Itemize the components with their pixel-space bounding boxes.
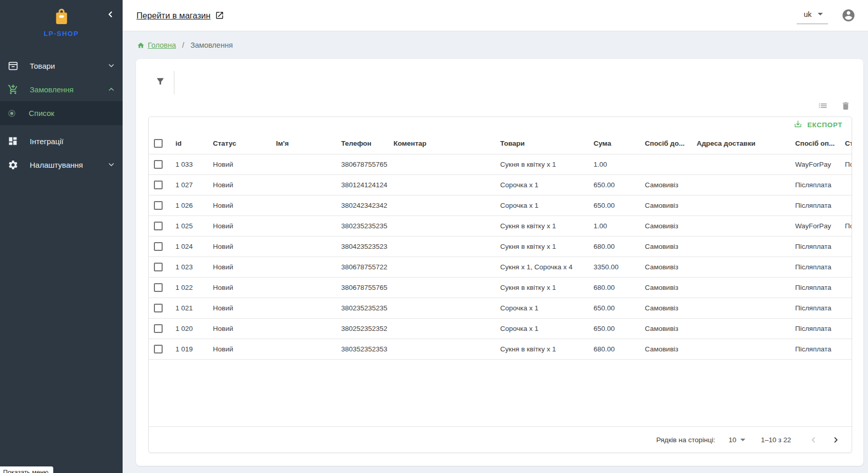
language-value: uk	[804, 10, 812, 18]
cell-status: Новий	[208, 154, 271, 174]
chevron-down-icon	[107, 62, 115, 70]
sidebar-item-settings[interactable]: Налаштування	[0, 153, 123, 176]
cell-delivery	[640, 154, 692, 174]
table-row[interactable]: 1 021Новий380235235235Сорочка x 1650.00С…	[149, 298, 852, 318]
cell-id: 1 024	[170, 236, 208, 257]
column-header-payment-status[interactable]: Ст	[840, 133, 852, 154]
sidebar-item-orders[interactable]: Замовлення	[0, 77, 123, 101]
row-checkbox[interactable]	[154, 345, 163, 353]
breadcrumb-current: Замовлення	[190, 41, 233, 49]
export-bar: ЕКСПОРТ	[149, 117, 852, 133]
export-button[interactable]: ЕКСПОРТ	[790, 117, 846, 132]
chevron-down-icon	[107, 161, 115, 169]
rows-per-page-select[interactable]: 10	[728, 436, 745, 444]
cell-name	[271, 154, 336, 174]
column-header-goods[interactable]: Товари	[495, 133, 588, 154]
table-row[interactable]: 1 027Новий380124124124Сорочка x 1650.00С…	[149, 174, 852, 195]
next-page-button[interactable]	[828, 432, 843, 447]
cell-payment-status	[840, 257, 852, 277]
cell-goods: Сорочка x 1	[495, 318, 588, 339]
cell-phone: 380124124124	[336, 174, 388, 195]
column-header-delivery[interactable]: Спосіб до...	[640, 133, 692, 154]
row-checkbox[interactable]	[154, 222, 163, 230]
cell-sum: 650.00	[588, 298, 640, 318]
table-row[interactable]: 1 025Новий380235235235Сукня в квітку x 1…	[149, 215, 852, 236]
pagination-range: 1–10 з 22	[761, 436, 791, 444]
column-header-status[interactable]: Статус	[208, 133, 271, 154]
cell-name	[271, 339, 336, 359]
row-checkbox[interactable]	[154, 201, 163, 210]
open-in-new-icon	[215, 11, 224, 20]
row-checkbox[interactable]	[154, 304, 163, 312]
cell-phone: 380235235235	[336, 298, 388, 318]
cell-address	[692, 318, 790, 339]
cell-payment: Післяплата	[790, 298, 840, 318]
language-select[interactable]: uk	[797, 7, 828, 24]
cell-comment	[388, 195, 495, 215]
pagination: Рядків на сторінці: 10 1–10 з 22	[149, 426, 852, 452]
row-checkbox[interactable]	[154, 283, 163, 292]
column-header-phone[interactable]: Телефон	[336, 133, 388, 154]
sidebar-collapse-button[interactable]	[104, 9, 116, 22]
cell-sum: 1.00	[588, 154, 640, 174]
table-row[interactable]: 1 022Новий380678755765Сукня в квітку x 1…	[149, 277, 852, 298]
table-row[interactable]: 1 019Новий380352352353Сукня в квітку x 1…	[149, 339, 852, 359]
trash-icon[interactable]	[839, 99, 852, 112]
cell-payment: Післяплата	[790, 318, 840, 339]
row-checkbox[interactable]	[154, 181, 163, 189]
home-icon[interactable]	[137, 42, 145, 49]
cell-phone: 380352352353	[336, 339, 388, 359]
table-row[interactable]: 1 023Новий380678755722Сукня x 1, Сорочка…	[149, 257, 852, 277]
cell-sum: 680.00	[588, 277, 640, 298]
cell-status: Новий	[208, 215, 271, 236]
cell-phone: 380678755765	[336, 154, 388, 174]
orders-table-card: ЕКСПОРТ id Статус Ім'я Телефон Коментар …	[148, 116, 852, 453]
go-to-store-link[interactable]: Перейти в магазин	[136, 11, 210, 21]
table-row[interactable]: 1 020Новий380252352352Сорочка x 1650.00С…	[149, 318, 852, 339]
select-all-checkbox[interactable]	[154, 139, 163, 148]
sidebar-item-integrations[interactable]: Інтеграції	[0, 129, 123, 153]
cell-status: Новий	[208, 195, 271, 215]
table-body: 1 033Новий380678755765Сукня в квітку x 1…	[149, 154, 852, 359]
column-header-address[interactable]: Адреса доставки	[692, 133, 790, 154]
column-header-name[interactable]: Ім'я	[271, 133, 336, 154]
cell-payment-status	[840, 318, 852, 339]
previous-page-button[interactable]	[805, 432, 821, 447]
cell-delivery: Самовивіз	[640, 339, 692, 359]
sidebar-item-orders-list[interactable]: Список	[0, 101, 123, 125]
breadcrumb-home-link[interactable]: Головна	[148, 41, 176, 49]
view-list-icon[interactable]	[816, 99, 830, 112]
cell-goods: Сукня в квітку x 1	[495, 277, 588, 298]
archive-icon	[7, 60, 18, 71]
filter-icon[interactable]	[155, 76, 165, 88]
cell-sum: 1.00	[588, 215, 640, 236]
cell-id: 1 027	[170, 174, 208, 195]
column-header-payment[interactable]: Спосіб оп...	[790, 133, 840, 154]
row-checkbox[interactable]	[154, 160, 163, 169]
account-avatar-button[interactable]	[841, 8, 856, 23]
shopping-bag-logo-icon	[55, 8, 68, 27]
table-row[interactable]: 1 033Новий380678755765Сукня в квітку x 1…	[149, 154, 852, 174]
column-header-sum[interactable]: Сума	[588, 133, 640, 154]
cell-comment	[388, 277, 495, 298]
cell-payment: Післяплата	[790, 277, 840, 298]
row-checkbox[interactable]	[154, 242, 163, 251]
radio-bullet-icon	[8, 110, 15, 117]
cell-goods: Сукня в квітку x 1	[495, 236, 588, 257]
cell-status: Новий	[208, 318, 271, 339]
table-row[interactable]: 1 024Новий380423523523Сукня в квітку x 1…	[149, 236, 852, 257]
sidebar-item-products[interactable]: Товари	[0, 54, 123, 77]
cell-address	[692, 298, 790, 318]
cell-address	[692, 339, 790, 359]
cell-name	[271, 195, 336, 215]
column-header-comment[interactable]: Коментар	[388, 133, 495, 154]
download-icon	[794, 120, 802, 130]
cell-sum: 650.00	[588, 174, 640, 195]
cell-delivery: Самовивіз	[640, 318, 692, 339]
row-checkbox[interactable]	[154, 263, 163, 271]
column-header-id[interactable]: id	[170, 133, 208, 154]
row-checkbox[interactable]	[154, 324, 163, 333]
table-empty-space	[149, 360, 852, 427]
table-row[interactable]: 1 026Новий380242342342Сорочка x 1650.00С…	[149, 195, 852, 215]
cell-address	[692, 174, 790, 195]
